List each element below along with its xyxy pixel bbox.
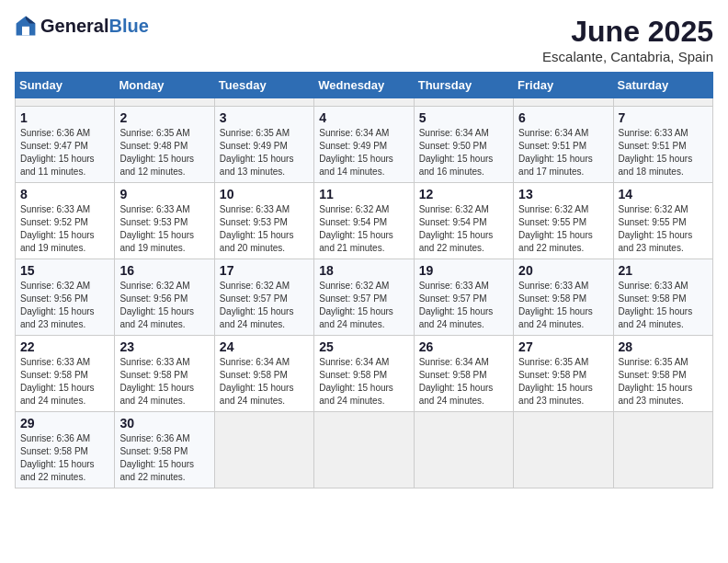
col-friday: Friday — [514, 73, 613, 98]
day-number: 25 — [319, 339, 408, 354]
day-number: 2 — [119, 110, 209, 125]
day-number: 22 — [20, 339, 109, 354]
table-row: 20 Sunrise: 6:33 AMSunset: 9:58 PMDaylig… — [514, 259, 613, 336]
table-row — [613, 412, 712, 488]
day-detail: Sunrise: 6:32 AMSunset: 9:56 PMDaylight:… — [20, 281, 95, 329]
day-number: 18 — [319, 263, 408, 278]
day-detail: Sunrise: 6:36 AMSunset: 9:47 PMDaylight:… — [20, 128, 95, 177]
table-row: 10 Sunrise: 6:33 AMSunset: 9:53 PMDaylig… — [214, 183, 313, 259]
calendar-week-row: 15 Sunrise: 6:32 AMSunset: 9:56 PMDaylig… — [16, 259, 713, 336]
table-row — [16, 98, 115, 107]
month-title: June 2025 — [542, 15, 713, 49]
day-detail: Sunrise: 6:35 AMSunset: 9:49 PMDaylight:… — [220, 128, 294, 177]
day-detail: Sunrise: 6:34 AMSunset: 9:58 PMDaylight:… — [220, 357, 294, 406]
day-detail: Sunrise: 6:32 AMSunset: 9:55 PMDaylight:… — [619, 204, 693, 253]
table-row: 19 Sunrise: 6:33 AMSunset: 9:57 PMDaylig… — [414, 259, 513, 336]
table-row: 25 Sunrise: 6:34 AMSunset: 9:58 PMDaylig… — [314, 336, 414, 412]
day-detail: Sunrise: 6:35 AMSunset: 9:58 PMDaylight:… — [619, 357, 693, 406]
day-detail: Sunrise: 6:35 AMSunset: 9:58 PMDaylight:… — [518, 357, 593, 406]
table-row: 28 Sunrise: 6:35 AMSunset: 9:58 PMDaylig… — [613, 336, 712, 412]
table-row — [514, 98, 613, 107]
day-detail: Sunrise: 6:33 AMSunset: 9:57 PMDaylight:… — [419, 281, 494, 329]
calendar-week-row: 1 Sunrise: 6:36 AMSunset: 9:47 PMDayligh… — [16, 107, 713, 183]
day-number: 11 — [319, 187, 408, 201]
calendar-week-row — [16, 98, 713, 107]
location-title: Escalante, Cantabria, Spain — [542, 49, 713, 64]
table-row — [115, 98, 214, 107]
calendar-table: Sunday Monday Tuesday Wednesday Thursday… — [15, 72, 713, 488]
table-row: 18 Sunrise: 6:32 AMSunset: 9:57 PMDaylig… — [314, 259, 414, 336]
day-detail: Sunrise: 6:33 AMSunset: 9:51 PMDaylight:… — [619, 128, 693, 177]
logo: GeneralBlue — [15, 15, 149, 37]
table-row: 11 Sunrise: 6:32 AMSunset: 9:54 PMDaylig… — [314, 183, 414, 259]
day-number: 3 — [220, 110, 309, 125]
table-row — [214, 412, 313, 488]
table-row: 29 Sunrise: 6:36 AMSunset: 9:58 PMDaylig… — [16, 412, 115, 488]
page-header: GeneralBlue June 2025 Escalante, Cantabr… — [15, 15, 713, 64]
day-number: 26 — [419, 339, 508, 354]
table-row: 21 Sunrise: 6:33 AMSunset: 9:58 PMDaylig… — [613, 259, 712, 336]
svg-rect-2 — [22, 27, 29, 36]
table-row: 4 Sunrise: 6:34 AMSunset: 9:49 PMDayligh… — [314, 107, 414, 183]
col-sunday: Sunday — [16, 73, 115, 98]
day-number: 20 — [518, 263, 608, 278]
table-row: 2 Sunrise: 6:35 AMSunset: 9:48 PMDayligh… — [115, 107, 214, 183]
table-row: 6 Sunrise: 6:34 AMSunset: 9:51 PMDayligh… — [514, 107, 613, 183]
table-row: 30 Sunrise: 6:36 AMSunset: 9:58 PMDaylig… — [115, 412, 214, 488]
table-row: 8 Sunrise: 6:33 AMSunset: 9:52 PMDayligh… — [16, 183, 115, 259]
day-number: 9 — [119, 187, 209, 201]
logo-text-general: General — [40, 16, 108, 36]
day-number: 8 — [20, 187, 109, 201]
day-detail: Sunrise: 6:33 AMSunset: 9:58 PMDaylight:… — [619, 281, 693, 329]
day-number: 6 — [518, 110, 608, 125]
day-detail: Sunrise: 6:32 AMSunset: 9:56 PMDaylight:… — [119, 281, 194, 329]
day-detail: Sunrise: 6:33 AMSunset: 9:58 PMDaylight:… — [518, 281, 593, 329]
day-number: 29 — [20, 416, 109, 431]
table-row — [314, 98, 414, 107]
logo-icon — [15, 15, 37, 37]
table-row: 24 Sunrise: 6:34 AMSunset: 9:58 PMDaylig… — [214, 336, 313, 412]
col-tuesday: Tuesday — [214, 73, 313, 98]
day-number: 27 — [518, 339, 608, 354]
calendar-week-row: 29 Sunrise: 6:36 AMSunset: 9:58 PMDaylig… — [16, 412, 713, 488]
table-row: 16 Sunrise: 6:32 AMSunset: 9:56 PMDaylig… — [115, 259, 214, 336]
calendar-week-row: 22 Sunrise: 6:33 AMSunset: 9:58 PMDaylig… — [16, 336, 713, 412]
day-detail: Sunrise: 6:34 AMSunset: 9:51 PMDaylight:… — [518, 128, 593, 177]
day-number: 15 — [20, 263, 109, 278]
calendar-week-row: 8 Sunrise: 6:33 AMSunset: 9:52 PMDayligh… — [16, 183, 713, 259]
day-number: 21 — [619, 263, 708, 278]
table-row — [314, 412, 414, 488]
day-detail: Sunrise: 6:34 AMSunset: 9:58 PMDaylight:… — [319, 357, 393, 406]
table-row: 3 Sunrise: 6:35 AMSunset: 9:49 PMDayligh… — [214, 107, 313, 183]
day-detail: Sunrise: 6:36 AMSunset: 9:58 PMDaylight:… — [119, 433, 194, 482]
table-row: 5 Sunrise: 6:34 AMSunset: 9:50 PMDayligh… — [414, 107, 513, 183]
table-row: 22 Sunrise: 6:33 AMSunset: 9:58 PMDaylig… — [16, 336, 115, 412]
day-detail: Sunrise: 6:33 AMSunset: 9:53 PMDaylight:… — [220, 204, 294, 253]
day-number: 1 — [20, 110, 109, 125]
day-number: 13 — [518, 187, 608, 201]
table-row: 17 Sunrise: 6:32 AMSunset: 9:57 PMDaylig… — [214, 259, 313, 336]
day-detail: Sunrise: 6:33 AMSunset: 9:53 PMDaylight:… — [119, 204, 194, 253]
table-row: 23 Sunrise: 6:33 AMSunset: 9:58 PMDaylig… — [115, 336, 214, 412]
day-detail: Sunrise: 6:33 AMSunset: 9:52 PMDaylight:… — [20, 204, 95, 253]
table-row: 15 Sunrise: 6:32 AMSunset: 9:56 PMDaylig… — [16, 259, 115, 336]
day-detail: Sunrise: 6:32 AMSunset: 9:54 PMDaylight:… — [319, 204, 393, 253]
logo-text-blue: Blue — [108, 16, 148, 36]
table-row — [514, 412, 613, 488]
day-number: 12 — [419, 187, 508, 201]
col-saturday: Saturday — [613, 73, 712, 98]
table-row — [613, 98, 712, 107]
table-row — [414, 98, 513, 107]
table-row: 9 Sunrise: 6:33 AMSunset: 9:53 PMDayligh… — [115, 183, 214, 259]
table-row: 13 Sunrise: 6:32 AMSunset: 9:55 PMDaylig… — [514, 183, 613, 259]
day-detail: Sunrise: 6:33 AMSunset: 9:58 PMDaylight:… — [119, 357, 194, 406]
title-area: June 2025 Escalante, Cantabria, Spain — [542, 15, 713, 64]
day-detail: Sunrise: 6:34 AMSunset: 9:50 PMDaylight:… — [419, 128, 494, 177]
table-row: 1 Sunrise: 6:36 AMSunset: 9:47 PMDayligh… — [16, 107, 115, 183]
col-wednesday: Wednesday — [314, 73, 414, 98]
day-detail: Sunrise: 6:34 AMSunset: 9:58 PMDaylight:… — [419, 357, 494, 406]
day-number: 23 — [119, 339, 209, 354]
day-number: 19 — [419, 263, 508, 278]
day-detail: Sunrise: 6:32 AMSunset: 9:57 PMDaylight:… — [220, 281, 294, 329]
day-number: 17 — [220, 263, 309, 278]
